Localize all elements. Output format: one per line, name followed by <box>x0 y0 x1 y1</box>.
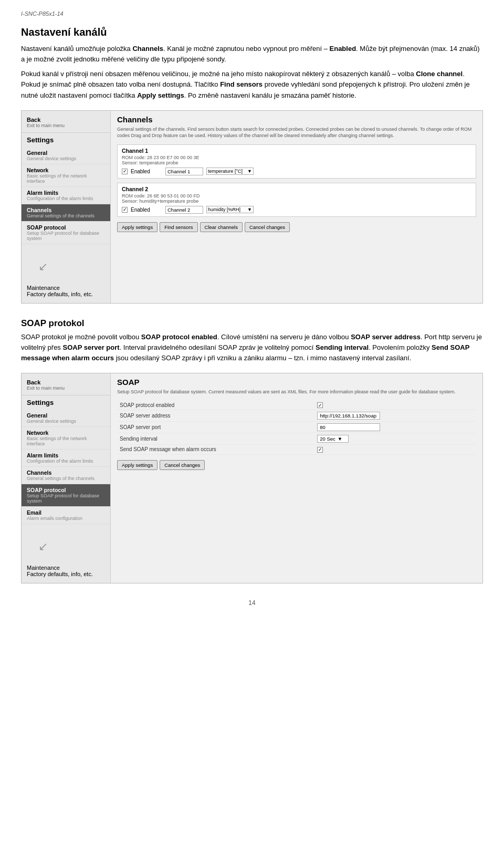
channels-page-desc: General settings of the channels. Find s… <box>117 126 476 139</box>
page-number: 14 <box>248 599 255 607</box>
sidebar-item-general-soap[interactable]: General General device settings <box>22 410 110 427</box>
sidebar-item-general-ch[interactable]: General General device settings <box>22 147 110 164</box>
soap-row-interval: Sending interval 20 Sec▼ <box>117 433 476 445</box>
sidebar-back-soap[interactable]: Back Exit to main menu <box>22 377 110 395</box>
section2-heading: SOAP protokol <box>21 318 483 329</box>
soap-interval-select[interactable]: 20 Sec▼ <box>317 435 349 443</box>
soap-cancel-button[interactable]: Cancel changes <box>160 460 205 470</box>
channel2-block: Channel 2 ROM code: 26 6E 90 53 01 00 00… <box>117 183 476 217</box>
soap-label-interval: Sending interval <box>117 433 314 445</box>
back-sublabel-soap: Exit to main menu <box>27 385 105 391</box>
sidebar-back-channels[interactable]: Back Exit to main menu <box>22 114 110 133</box>
soap-row-alarm: Send SOAP message when alarm occurs ✓ <box>117 445 476 455</box>
soap-apply-button[interactable]: Apply settings <box>117 460 158 470</box>
soap-button-row: Apply settings Cancel changes <box>117 460 476 470</box>
soap-label-port: SOAP server port <box>117 422 314 433</box>
channels-cancel-button[interactable]: Cancel changes <box>245 222 290 232</box>
soap-page-title: SOAP <box>117 378 476 387</box>
channel1-name-input[interactable] <box>165 168 203 175</box>
channel1-sensor: Sensor: temperature probe <box>122 160 471 165</box>
channels-screenshot: Back Exit to main menu Settings General … <box>21 110 483 304</box>
settings-label-soap: Settings <box>22 399 110 410</box>
section1-heading: Nastavení kanálů <box>21 26 483 38</box>
soap-label-alarm: Send SOAP message when alarm occurs <box>117 445 314 455</box>
channels-sidebar: Back Exit to main menu Settings General … <box>22 111 111 303</box>
soap-label-address: SOAP server address <box>117 410 314 422</box>
section1-para1: Nastavení kanálů umožňuje položka Channe… <box>21 44 483 65</box>
channel2-rom: ROM code: 26 6E 90 53 01 00 00 FD <box>122 193 471 199</box>
soap-row-port: SOAP server port 80 <box>117 422 476 433</box>
soap-row-address: SOAP server address http://192.168.1.132… <box>117 410 476 422</box>
channel1-title: Channel 1 <box>122 148 471 154</box>
sidebar-item-channels-soap[interactable]: Channels General settings of the channel… <box>22 467 110 484</box>
channels-clear-button[interactable]: Clear channels <box>200 222 243 232</box>
channel2-enabled-checkbox[interactable]: ✓ <box>122 207 128 213</box>
channel1-rom: ROM code: 28 23 00 E7 00 00 00 3E <box>122 155 471 160</box>
sidebar-item-soap-ch[interactable]: SOAP protocol Setup SOAP protocol for da… <box>22 222 110 244</box>
channel1-enabled-label: Enabled <box>131 169 162 174</box>
channel2-enabled-label: Enabled <box>131 207 162 213</box>
back-label-soap: Back <box>27 379 105 385</box>
section1-para2: Pokud kanál v přístroji není obsazen měř… <box>21 69 483 100</box>
soap-main: SOAP Setup SOAP protocol for database sy… <box>111 373 482 583</box>
channel2-title: Channel 2 <box>122 186 471 192</box>
sidebar-item-alarm-soap[interactable]: Alarm limits Configuration of the alarm … <box>22 450 110 467</box>
channels-main: Channels General settings of the channel… <box>111 111 482 303</box>
arrow-icon-ch: ↙ <box>30 254 105 280</box>
soap-port-value[interactable]: 80 <box>317 423 380 431</box>
soap-enabled-checkbox[interactable]: ✓ <box>317 402 323 408</box>
soap-screenshot: Back Exit to main menu Settings General … <box>21 373 483 583</box>
soap-label-enabled: SOAP protocol enabled <box>117 401 314 410</box>
soap-alarm-checkbox[interactable]: ✓ <box>317 447 323 453</box>
sidebar-maintenance-soap[interactable]: Maintenance Factory defaults, info, etc. <box>22 562 110 580</box>
sidebar-item-network-ch[interactable]: Network Basic settings of the network in… <box>22 164 110 187</box>
sidebar-item-network-soap[interactable]: Network Basic settings of the network in… <box>22 427 110 450</box>
back-sublabel: Exit to main menu <box>27 123 105 128</box>
soap-row-enabled: SOAP protocol enabled ✓ <box>117 401 476 410</box>
channels-button-row: Apply settings Find sensors Clear channe… <box>117 222 476 232</box>
sidebar-item-email-soap[interactable]: Email Alarm emails configuration <box>22 507 110 524</box>
channel1-block: Channel 1 ROM code: 28 23 00 E7 00 00 00… <box>117 144 476 179</box>
page-header: I-SNC-P85x1-14 <box>21 11 483 17</box>
soap-page-desc: Setup SOAP protocol for database system.… <box>117 389 476 395</box>
channel2-unit-select[interactable]: humidity [%RH]▼ <box>206 206 254 213</box>
sidebar-maintenance-ch[interactable]: Maintenance Factory defaults, info, etc. <box>22 282 110 300</box>
channel2-sensor: Sensor: humidity+temperature probe <box>122 199 471 204</box>
sidebar-item-alarm-ch[interactable]: Alarm limits Configuration of the alarm … <box>22 187 110 204</box>
channels-find-button[interactable]: Find sensors <box>160 222 197 232</box>
channel1-unit-select[interactable]: temperature [°C]▼ <box>206 168 254 175</box>
sidebar-item-soap-soap[interactable]: SOAP protocol Setup SOAP protocol for da… <box>22 484 110 507</box>
soap-sidebar: Back Exit to main menu Settings General … <box>22 373 111 583</box>
header-title: I-SNC-P85x1-14 <box>21 11 64 17</box>
page-footer: 14 <box>21 599 483 607</box>
soap-address-value[interactable]: http://192.168.1.132/soap <box>317 412 380 420</box>
arrow-icon-soap: ↙ <box>30 534 105 560</box>
soap-settings-table: SOAP protocol enabled ✓ SOAP server addr… <box>117 401 476 455</box>
channel2-name-input[interactable] <box>165 206 203 214</box>
back-label: Back <box>27 117 105 123</box>
channel1-enabled-checkbox[interactable]: ✓ <box>122 169 128 174</box>
channels-page-title: Channels <box>117 115 476 124</box>
sidebar-item-channels-ch[interactable]: Channels General settings of the channel… <box>22 204 110 222</box>
settings-label-channels: Settings <box>22 136 110 147</box>
channels-apply-button[interactable]: Apply settings <box>117 222 158 232</box>
section2-para1: SOAP protokol je možné povolit volbou SO… <box>21 332 483 363</box>
